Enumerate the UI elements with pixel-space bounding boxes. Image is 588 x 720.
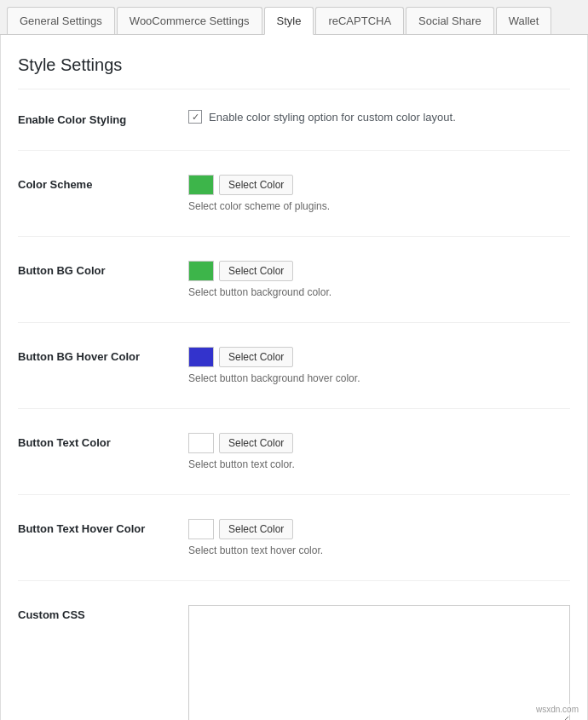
label-button-bg-hover-color: Button BG Hover Color [18,347,188,363]
color-picker-color-scheme: Select Color [188,175,570,195]
color-swatch-button-text-hover-color[interactable] [188,519,214,539]
enable-color-styling-checkbox[interactable]: ✓ [188,110,202,124]
row-button-text-hover-color: Button Text Hover Color Select Color Sel… [18,519,570,581]
color-picker-button-bg-color: Select Color [188,261,570,281]
label-button-text-hover-color: Button Text Hover Color [18,519,188,535]
row-button-bg-color: Button BG Color Select Color Select butt… [18,261,570,323]
row-enable-color-styling: Enable Color Styling ✓ Enable color styl… [18,110,570,151]
select-color-btn-button-bg-color[interactable]: Select Color [219,261,293,281]
hint-button-text-hover-color: Select button text hover color. [188,544,570,556]
content-button-text-hover-color: Select Color Select button text hover co… [188,519,570,556]
color-swatch-button-bg-color[interactable] [188,261,214,281]
color-swatch-button-bg-hover-color[interactable] [188,347,214,367]
label-custom-css: Custom CSS [18,605,188,621]
select-color-btn-button-bg-hover-color[interactable]: Select Color [219,347,293,367]
tab-style[interactable]: Style [264,7,314,35]
tab-general-settings[interactable]: General Settings [7,7,115,34]
color-picker-button-bg-hover-color: Select Color [188,347,570,367]
tab-woocommerce-settings[interactable]: WooCommerce Settings [117,7,262,34]
color-swatch-button-text-color[interactable] [188,433,214,453]
hint-color-scheme: Select color scheme of plugins. [188,200,570,212]
select-color-btn-button-text-hover-color[interactable]: Select Color [219,519,293,539]
label-color-scheme: Color Scheme [18,175,188,191]
content-enable-color-styling: ✓ Enable color styling option for custom… [188,110,570,124]
content-custom-css: Put here custom CSS. [188,605,570,720]
label-enable-color-styling: Enable Color Styling [18,110,188,126]
tab-bar: General Settings WooCommerce Settings St… [0,0,588,35]
hint-button-bg-hover-color: Select button background hover color. [188,372,570,384]
label-button-text-color: Button Text Color [18,433,188,449]
enable-color-styling-description: Enable color styling option for custom c… [209,111,456,124]
row-button-text-color: Button Text Color Select Color Select bu… [18,433,570,495]
content-button-bg-color: Select Color Select button background co… [188,261,570,298]
tab-social-share[interactable]: Social Share [406,7,494,34]
checkbox-row: ✓ Enable color styling option for custom… [188,110,570,124]
label-button-bg-color: Button BG Color [18,261,188,277]
select-color-btn-color-scheme[interactable]: Select Color [219,175,293,195]
page-title: Style Settings [18,55,570,89]
custom-css-textarea[interactable] [188,605,570,720]
content-color-scheme: Select Color Select color scheme of plug… [188,175,570,212]
tab-wallet[interactable]: Wallet [496,7,552,34]
color-picker-button-text-color: Select Color [188,433,570,453]
color-picker-button-text-hover-color: Select Color [188,519,570,539]
row-color-scheme: Color Scheme Select Color Select color s… [18,175,570,237]
tab-recaptcha[interactable]: reCAPTCHA [315,7,404,34]
content-button-bg-hover-color: Select Color Select button background ho… [188,347,570,384]
main-content: Style Settings Enable Color Styling ✓ En… [0,35,588,720]
row-button-bg-hover-color: Button BG Hover Color Select Color Selec… [18,347,570,409]
content-button-text-color: Select Color Select button text color. [188,433,570,470]
hint-button-text-color: Select button text color. [188,458,570,470]
select-color-btn-button-text-color[interactable]: Select Color [219,433,293,453]
color-swatch-color-scheme[interactable] [188,175,214,195]
watermark: wsxdn.com [533,704,581,715]
hint-button-bg-color: Select button background color. [188,286,570,298]
row-custom-css: Custom CSS Put here custom CSS. [18,605,570,720]
